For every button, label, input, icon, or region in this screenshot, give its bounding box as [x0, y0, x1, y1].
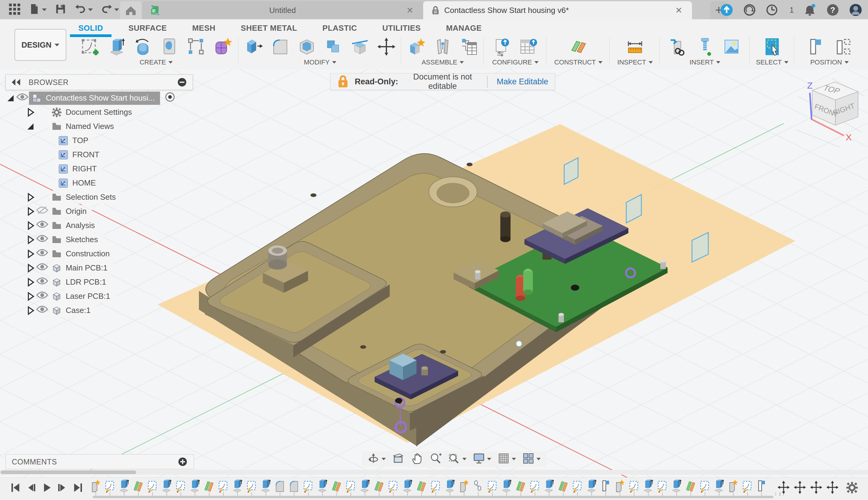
construction-plane-tool-icon[interactable]	[568, 37, 588, 57]
timeline-feature-sketch-2[interactable]	[104, 479, 115, 493]
visibility-eye-icon[interactable]	[35, 249, 49, 259]
timeline-feature-joint-28[interactable]	[473, 479, 483, 493]
visibility-eye-icon[interactable]	[35, 305, 49, 315]
select-tool-icon[interactable]	[762, 37, 782, 57]
configuration-table-tool-icon[interactable]	[519, 37, 538, 57]
revert-position-tool-icon[interactable]	[833, 37, 853, 57]
add-comment-icon[interactable]	[178, 457, 188, 467]
chevron-down-icon[interactable]	[381, 458, 386, 460]
insert-derive-tool-icon[interactable]	[668, 37, 688, 57]
bom-table-tool-icon[interactable]	[459, 37, 479, 57]
timeline-feature-sketch-12[interactable]	[246, 479, 256, 493]
timeline-feature-fillet-14[interactable]	[275, 479, 285, 493]
display-settings-button[interactable]	[472, 452, 491, 466]
home-dashboard-tab[interactable]	[120, 1, 142, 19]
timeline-feature-plane-21[interactable]	[374, 479, 384, 493]
job-status-icon[interactable]	[766, 3, 779, 17]
timeline-feature-plane-9[interactable]	[204, 479, 214, 493]
browser-item-case-1[interactable]: Case:1	[5, 303, 192, 317]
timeline-feature-sketch-44[interactable]	[700, 479, 710, 493]
insert-fastener-tool-icon[interactable]	[695, 37, 715, 57]
make-editable-link[interactable]: Make Editable	[494, 77, 548, 87]
browser-item-selection-sets[interactable]: Selection Sets	[5, 190, 192, 204]
expand-arrow-icon[interactable]	[25, 107, 35, 117]
ribbon-tab-manage[interactable]: MANAGE	[443, 21, 485, 36]
group-dropdown-configure[interactable]: CONFIGURE	[492, 58, 538, 66]
timeline-feature-plane-18[interactable]	[331, 479, 342, 493]
ribbon-tab-sheet-metal[interactable]: SHEET METAL	[238, 21, 300, 36]
timeline-feature-move-4[interactable]	[826, 481, 838, 494]
measure-tool-icon[interactable]	[625, 37, 645, 57]
browser-item-front[interactable]: FRONT	[5, 148, 192, 162]
timeline-feature-sketch-7[interactable]	[175, 479, 186, 493]
close-tab-icon[interactable]: ✕	[405, 5, 415, 15]
help-icon[interactable]: ?	[826, 3, 840, 17]
timeline-feature-plane-4[interactable]	[133, 479, 143, 493]
extensions-icon[interactable]	[743, 3, 756, 17]
timeline-go-to-end-button[interactable]	[72, 481, 85, 494]
hole-tool-icon[interactable]	[159, 37, 179, 57]
expand-arrow-icon[interactable]	[25, 235, 35, 245]
document-tab-2[interactable]: Contactless Show Start housing v6*✕	[423, 1, 692, 19]
split-tool-icon[interactable]	[350, 37, 370, 57]
group-dropdown-insert[interactable]: INSERT	[690, 58, 720, 66]
combine-tool-icon[interactable]	[323, 37, 343, 57]
joint-tool-icon[interactable]	[433, 37, 453, 57]
group-dropdown-create[interactable]: CREATE	[140, 58, 173, 66]
timeline-feature-sketch-32[interactable]	[530, 479, 540, 493]
move-tool-icon[interactable]	[376, 37, 396, 57]
timeline-feature-sketch-41[interactable]	[657, 479, 667, 493]
visibility-eye-icon[interactable]	[35, 220, 49, 230]
configure-tool-icon[interactable]	[492, 37, 512, 57]
timeline-feature-sketch-19[interactable]	[345, 479, 356, 493]
timeline-feature-component-1[interactable]	[90, 479, 101, 493]
timeline-feature-extrude-20[interactable]	[359, 479, 370, 493]
document-tab-1[interactable]: Untitled✕	[142, 1, 423, 19]
chevron-down-icon[interactable]	[114, 9, 119, 11]
comments-panel[interactable]: COMMENTS	[5, 454, 194, 469]
timeline-feature-sketch-16[interactable]	[303, 479, 313, 493]
ribbon-tab-plastic[interactable]: PLASTIC	[320, 21, 360, 36]
timeline-feature-extrude-42[interactable]	[671, 479, 681, 493]
timeline-track[interactable]	[93, 496, 774, 498]
timeline-feature-move-3[interactable]	[810, 481, 822, 494]
timeline-feature-extrude-6[interactable]	[161, 479, 171, 493]
viewport-canvas[interactable]: BROWSER Contactless Show Start housi...D…	[0, 69, 868, 500]
avatar-icon[interactable]	[849, 3, 863, 17]
timeline-feature-extrude-26[interactable]	[445, 479, 455, 493]
browser-item-home[interactable]: HOME	[5, 176, 192, 190]
chevron-down-icon[interactable]	[512, 458, 516, 460]
timeline-feature-extrude-36[interactable]	[586, 479, 597, 493]
timeline-step-back-button[interactable]	[25, 481, 37, 494]
ribbon-tab-surface[interactable]: SURFACE	[125, 21, 170, 36]
chevron-down-icon[interactable]	[42, 9, 47, 11]
timeline-feature-flag-37[interactable]	[600, 479, 611, 493]
expand-arrow-icon[interactable]	[25, 277, 35, 287]
create-sketch-tool-icon[interactable]	[80, 37, 100, 57]
group-dropdown-modify[interactable]: MODIFY	[304, 58, 336, 66]
timeline-feature-flag-48[interactable]	[756, 479, 766, 493]
insert-canvas-tool-icon[interactable]	[722, 37, 742, 57]
browser-collapse-icon[interactable]	[177, 77, 187, 87]
timeline-play-button[interactable]	[41, 481, 53, 494]
save-button[interactable]	[55, 3, 67, 16]
browser-item-named-views[interactable]: Named Views	[5, 119, 192, 134]
look-at-button[interactable]	[392, 452, 404, 466]
timeline-feature-extrude-11[interactable]	[232, 479, 242, 493]
visibility-eye-icon[interactable]	[35, 234, 49, 245]
group-dropdown-select[interactable]: SELECT	[756, 58, 788, 66]
browser-item-ldr-pcb-1[interactable]: LDR PCB:1	[5, 275, 192, 289]
form-tool-icon[interactable]	[212, 37, 232, 57]
timeline-feature-sketch-22[interactable]	[388, 479, 398, 493]
timeline-feature-sketch-29[interactable]	[487, 479, 497, 493]
fit-button[interactable]	[448, 452, 467, 466]
browser-item-analysis[interactable]: Analysis	[5, 218, 192, 232]
browser-item-laser-pcb-1[interactable]: Laser PCB:1	[5, 289, 192, 303]
pattern-tool-icon[interactable]	[186, 37, 206, 57]
timeline-feature-sketch-47[interactable]	[742, 479, 752, 493]
browser-item-construction[interactable]: Construction	[5, 247, 192, 261]
chevron-down-icon[interactable]	[462, 458, 467, 460]
extrude-tool-icon[interactable]	[107, 37, 126, 57]
group-dropdown-inspect[interactable]: INSPECT	[617, 58, 653, 66]
timeline-feature-sketch-5[interactable]	[147, 479, 157, 493]
